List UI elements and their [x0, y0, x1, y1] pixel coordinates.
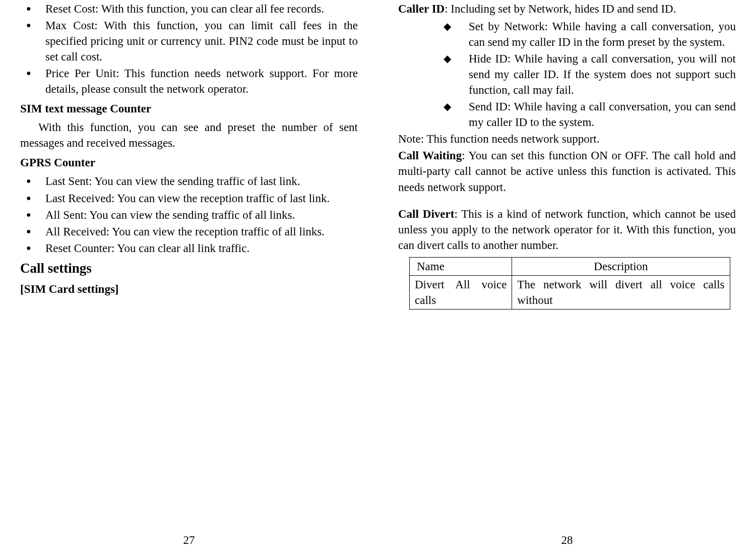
table-cell-name: Divert All voice calls — [410, 275, 512, 309]
call-waiting-label: Call Waiting — [398, 149, 462, 162]
sim-counter-para: With this function, you can see and pres… — [20, 119, 358, 151]
divert-table: Name Description Divert All voice calls … — [409, 257, 730, 309]
list-item: Last Received: You can view the receptio… — [45, 191, 358, 206]
list-item: Reset Counter: You can clear all link tr… — [45, 240, 358, 256]
page-number: 28 — [561, 532, 573, 548]
caller-id-text: : Including set by Network, hides ID and… — [445, 3, 676, 15]
call-divert-label: Call Divert — [398, 208, 454, 220]
list-item: Price Per Unit: This function needs netw… — [45, 66, 358, 97]
caller-id-para: Caller ID: Including set by Network, hid… — [398, 1, 736, 17]
call-settings-heading: Call settings — [20, 259, 358, 277]
list-item: Hide ID: While having a call conversatio… — [469, 51, 736, 98]
caller-id-label: Caller ID — [398, 3, 445, 15]
list-item: Max Cost: With this function, you can li… — [45, 18, 358, 65]
sim-counter-heading: SIM text message Counter — [20, 101, 358, 116]
left-page: Reset Cost: With this function, you can … — [0, 0, 378, 558]
list-item: All Received: You can view the reception… — [45, 224, 358, 239]
table-header-name: Name — [410, 257, 512, 275]
diamond-list: Set by Network: While having a call conv… — [398, 19, 736, 130]
table-header-desc: Description — [512, 257, 730, 275]
list-item: Set by Network: While having a call conv… — [469, 19, 736, 50]
call-waiting-para: Call Waiting: You can set this function … — [398, 148, 736, 195]
table-row: Name Description — [410, 257, 730, 275]
gprs-counter-heading: GPRS Counter — [20, 155, 358, 170]
bullet-list-2: Last Sent: You can view the sending traf… — [20, 173, 358, 256]
list-item: All Sent: You can view the sending traff… — [45, 207, 358, 223]
page-number: 27 — [183, 532, 195, 548]
list-item: Send ID: While having a call conversatio… — [469, 99, 736, 130]
note-text: Note: This function needs network suppor… — [398, 131, 736, 147]
right-page: Caller ID: Including set by Network, hid… — [378, 0, 756, 558]
table-cell-desc: The network will divert all voice calls … — [512, 275, 730, 309]
left-content: Reset Cost: With this function, you can … — [20, 0, 358, 297]
spacer — [398, 197, 736, 206]
sim-card-settings-heading: [SIM Card settings] — [20, 281, 358, 297]
table-row: Divert All voice calls The network will … — [410, 275, 730, 309]
list-item: Reset Cost: With this function, you can … — [45, 1, 358, 17]
bullet-list-1: Reset Cost: With this function, you can … — [20, 1, 358, 97]
list-item: Last Sent: You can view the sending traf… — [45, 173, 358, 189]
call-divert-para: Call Divert: This is a kind of network f… — [398, 206, 736, 253]
right-content: Caller ID: Including set by Network, hid… — [398, 0, 736, 309]
